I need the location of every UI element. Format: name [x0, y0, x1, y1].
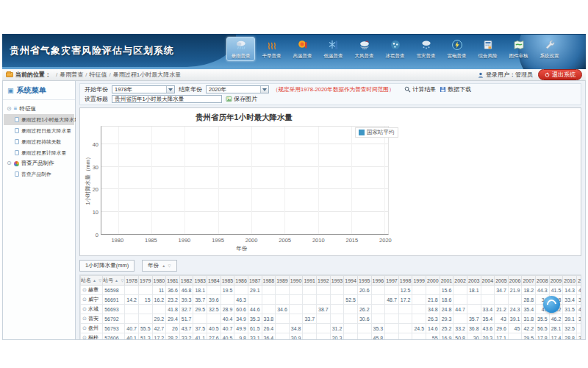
calculate-button[interactable]: 计算结果: [404, 85, 436, 93]
column-field-chip[interactable]: 年份 ▲ ▽: [142, 260, 177, 272]
chart-title-input[interactable]: [112, 95, 222, 103]
nav-item-低温普查[interactable]: 低温普查: [319, 37, 348, 61]
col-year-2003[interactable]: 2003: [467, 276, 481, 286]
col-year-1995[interactable]: 1995: [357, 276, 371, 286]
row-expander-icon[interactable]: ⊙: [82, 297, 87, 302]
col-year-1992[interactable]: 1992: [317, 276, 331, 286]
col-year-2011[interactable]: 2011: [576, 276, 581, 286]
table-row-威宁[interactable]: ⊙威宁5669114.21516.223.239.335.739.646.352…: [81, 295, 582, 305]
col-year-1997[interactable]: 1997: [385, 276, 399, 286]
col-year-1978[interactable]: 1978: [125, 276, 139, 286]
col-year-1998[interactable]: 1998: [398, 276, 412, 286]
table-row-普安[interactable]: ⊙普安5679229.229.451.740.434.935.333.833.7…: [81, 314, 582, 324]
col-year-1982[interactable]: 1982: [179, 276, 193, 286]
table-row-盘州[interactable]: ⊙盘州5679340.755.542.72643.737.540.540.749…: [81, 324, 582, 333]
sidebar-group-特征值[interactable]: ⊙≡特征值: [4, 104, 74, 114]
col-year-1993[interactable]: 1993: [330, 276, 344, 286]
col-year-1999[interactable]: 1999: [412, 276, 426, 286]
start-year-select[interactable]: 1978年: [112, 85, 175, 93]
high-temp-survey-icon: [289, 39, 316, 52]
breadcrumb-item[interactable]: 暴雨普查: [60, 71, 83, 78]
folder-icon: [6, 72, 13, 77]
save-disk-icon: [440, 86, 446, 93]
col-station-id[interactable]: 站号 ▲ ▽: [103, 276, 125, 286]
col-year-1981[interactable]: 1981: [166, 276, 180, 286]
col-year-1986[interactable]: 1986: [234, 276, 248, 286]
content-area: ▣ 系统菜单 ⊙≡特征值暴雨过程1小时最大降水量暴雨过程日最大降水量暴雨过程持续…: [2, 81, 586, 340]
row-expander-icon[interactable]: ⊙: [82, 325, 87, 330]
col-year-2000[interactable]: 2000: [426, 276, 440, 286]
download-button[interactable]: 数据下载: [440, 85, 471, 93]
col-year-1988[interactable]: 1988: [262, 276, 276, 286]
sidebar-item-暴雨过程持续天数[interactable]: 暴雨过程持续天数: [4, 136, 74, 147]
row-expander-icon[interactable]: ⊙: [82, 316, 87, 321]
col-year-1989[interactable]: 1989: [276, 276, 290, 286]
col-year-2010[interactable]: 2010: [563, 276, 577, 286]
col-year-1996[interactable]: 1996: [371, 276, 385, 286]
nav-item-冰雹普查[interactable]: 冰雹普查: [381, 37, 409, 61]
sidebar-item-暴雨过程累计降水量[interactable]: 暴雨过程累计降水量: [4, 147, 74, 158]
col-year-2004[interactable]: 2004: [481, 276, 495, 286]
nav-item-大风普查[interactable]: 大风普查: [350, 37, 379, 61]
y-tick-label: 40: [82, 141, 98, 148]
nav-item-干旱普查[interactable]: 干旱普查: [257, 37, 286, 61]
nav-item-雷电普查[interactable]: 雷电普查: [442, 37, 471, 61]
logout-button[interactable]: 退出系统: [538, 69, 582, 80]
chevron-down-icon[interactable]: [166, 86, 174, 93]
expander-icon[interactable]: ⊙: [7, 160, 12, 166]
col-year-1991[interactable]: 1991: [303, 276, 317, 286]
y-tick-label: 10: [82, 209, 98, 216]
table-row-赫章[interactable]: ⊙赫章565981136.646.818.119.529.120.612.515…: [81, 286, 582, 295]
breadcrumb-separator: /: [85, 71, 87, 78]
end-year-label: 结束年份: [179, 85, 202, 93]
blue-swirl-watermark-icon: [543, 296, 560, 313]
breadcrumb: /暴雨普查/特征值/暴雨过程1小时最大降水量: [54, 71, 181, 79]
col-year-1990[interactable]: 1990: [289, 276, 303, 286]
chevron-down-icon[interactable]: [260, 86, 268, 93]
table-row-水城[interactable]: ⊙水城5669341.832.729.532.528.960.644.634.6…: [81, 305, 582, 314]
nav-item-图件审核[interactable]: 图件审核: [504, 37, 533, 61]
breadcrumb-item[interactable]: 特征值: [89, 71, 107, 78]
nav-item-综合风险[interactable]: 综合风险: [473, 37, 502, 61]
col-year-1987[interactable]: 1987: [248, 276, 262, 286]
sidebar-item-暴雨过程日最大降水量[interactable]: 暴雨过程日最大降水量: [4, 125, 74, 136]
nav-item-高温普查[interactable]: 高温普查: [288, 37, 317, 61]
nav-item-暴雨普查[interactable]: 暴雨普查: [226, 37, 255, 61]
sidebar-title: ▣ 系统菜单: [3, 81, 75, 100]
expander-icon[interactable]: ⊙: [7, 106, 12, 112]
range-note: （规定采用1978-2020年数据作为普查时间范围）: [273, 85, 395, 93]
value-field-chip[interactable]: 1小时降水量(mm): [79, 260, 135, 272]
col-year-2006[interactable]: 2006: [508, 276, 522, 286]
col-year-2002[interactable]: 2002: [453, 276, 467, 286]
row-expander-icon[interactable]: ⊙: [82, 287, 87, 292]
col-year-1994[interactable]: 1994: [344, 276, 358, 286]
col-station-name[interactable]: 站名 ▲ ▽: [81, 276, 103, 286]
col-year-2005[interactable]: 2005: [495, 276, 509, 286]
col-year-1985[interactable]: 1985: [220, 276, 234, 286]
x-tick-label: 2010: [312, 237, 325, 244]
sort-icons[interactable]: ▲ ▽: [162, 263, 171, 268]
col-year-2008[interactable]: 2008: [536, 276, 550, 286]
nav-item-雪灾普查[interactable]: 雪灾普查: [412, 37, 440, 61]
sidebar-item-暴雨过程1小时最大降水量[interactable]: 暴雨过程1小时最大降水量: [4, 114, 74, 125]
sidebar-group-普查产品制作[interactable]: ⊙普查产品制作: [4, 158, 74, 169]
save-image-button[interactable]: 保存图片: [226, 95, 257, 103]
row-expander-icon[interactable]: ⊙: [82, 306, 87, 311]
table-row-桐梓[interactable]: ⊙桐梓5760640.151.317.228.233.241.127.640.5…: [81, 333, 582, 341]
sidebar-item-普查产品制作[interactable]: 普查产品制作: [4, 169, 74, 180]
col-year-1983[interactable]: 1983: [193, 276, 207, 286]
app-header: 贵州省气象灾害风险评估与区划系统 暴雨普查干旱普查高温普查低温普查大风普查冰雹普…: [2, 34, 586, 69]
col-year-1984[interactable]: 1984: [207, 276, 221, 286]
col-year-1980[interactable]: 1980: [152, 276, 166, 286]
end-year-select[interactable]: 2020年: [206, 85, 269, 93]
breadcrumb-separator: /: [56, 71, 57, 78]
col-year-2009[interactable]: 2009: [549, 276, 563, 286]
col-year-2007[interactable]: 2007: [522, 276, 536, 286]
nav-item-系统设置[interactable]: 系统设置: [535, 37, 564, 61]
breadcrumb-item[interactable]: 暴雨过程1小时最大降水量: [113, 71, 181, 78]
col-year-1979[interactable]: 1979: [138, 276, 152, 286]
row-expander-icon[interactable]: ⊙: [82, 335, 87, 340]
col-year-2001[interactable]: 2001: [440, 276, 453, 286]
page: 贵州省气象灾害风险评估与区划系统 暴雨普查干旱普查高温普查低温普查大风普查冰雹普…: [0, 0, 588, 368]
logged-in-user: 登录用户：管理员: [478, 71, 533, 79]
